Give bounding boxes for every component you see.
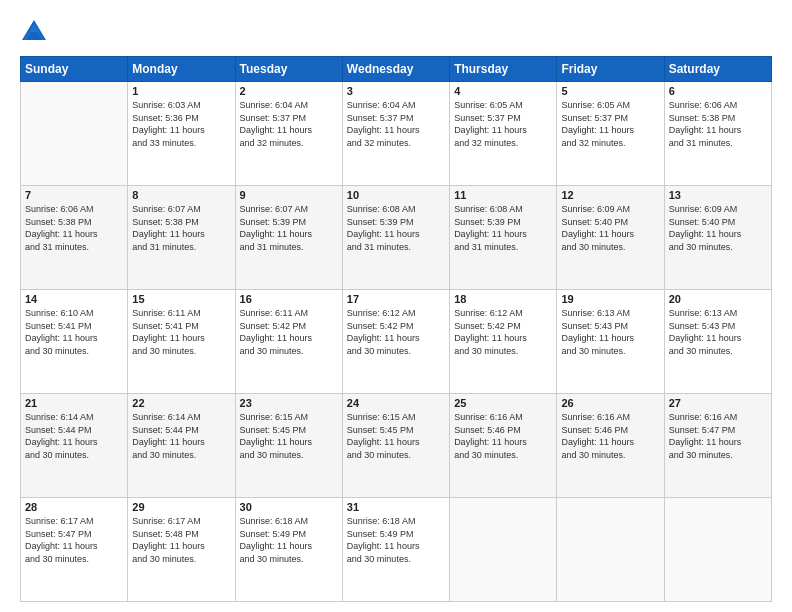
calendar-cell: 28Sunrise: 6:17 AM Sunset: 5:47 PM Dayli… [21,498,128,602]
day-info: Sunrise: 6:08 AM Sunset: 5:39 PM Dayligh… [347,203,445,253]
day-info: Sunrise: 6:04 AM Sunset: 5:37 PM Dayligh… [240,99,338,149]
calendar-cell: 19Sunrise: 6:13 AM Sunset: 5:43 PM Dayli… [557,290,664,394]
calendar-cell: 14Sunrise: 6:10 AM Sunset: 5:41 PM Dayli… [21,290,128,394]
day-info: Sunrise: 6:17 AM Sunset: 5:48 PM Dayligh… [132,515,230,565]
weekday-header: Thursday [450,57,557,82]
calendar-cell [557,498,664,602]
day-number: 4 [454,85,552,97]
calendar-cell: 30Sunrise: 6:18 AM Sunset: 5:49 PM Dayli… [235,498,342,602]
day-number: 21 [25,397,123,409]
day-number: 12 [561,189,659,201]
calendar-cell: 2Sunrise: 6:04 AM Sunset: 5:37 PM Daylig… [235,82,342,186]
day-info: Sunrise: 6:14 AM Sunset: 5:44 PM Dayligh… [132,411,230,461]
calendar-cell: 22Sunrise: 6:14 AM Sunset: 5:44 PM Dayli… [128,394,235,498]
day-number: 1 [132,85,230,97]
calendar-cell: 7Sunrise: 6:06 AM Sunset: 5:38 PM Daylig… [21,186,128,290]
day-number: 14 [25,293,123,305]
day-number: 18 [454,293,552,305]
day-info: Sunrise: 6:07 AM Sunset: 5:38 PM Dayligh… [132,203,230,253]
calendar-cell: 26Sunrise: 6:16 AM Sunset: 5:46 PM Dayli… [557,394,664,498]
day-number: 15 [132,293,230,305]
day-number: 30 [240,501,338,513]
calendar-cell: 31Sunrise: 6:18 AM Sunset: 5:49 PM Dayli… [342,498,449,602]
logo-icon [20,18,48,46]
day-info: Sunrise: 6:16 AM Sunset: 5:46 PM Dayligh… [561,411,659,461]
day-info: Sunrise: 6:12 AM Sunset: 5:42 PM Dayligh… [347,307,445,357]
calendar-cell: 3Sunrise: 6:04 AM Sunset: 5:37 PM Daylig… [342,82,449,186]
day-info: Sunrise: 6:09 AM Sunset: 5:40 PM Dayligh… [669,203,767,253]
day-info: Sunrise: 6:11 AM Sunset: 5:41 PM Dayligh… [132,307,230,357]
logo [20,18,52,46]
calendar-cell: 24Sunrise: 6:15 AM Sunset: 5:45 PM Dayli… [342,394,449,498]
day-info: Sunrise: 6:16 AM Sunset: 5:46 PM Dayligh… [454,411,552,461]
day-info: Sunrise: 6:06 AM Sunset: 5:38 PM Dayligh… [25,203,123,253]
calendar-cell: 5Sunrise: 6:05 AM Sunset: 5:37 PM Daylig… [557,82,664,186]
calendar-cell: 9Sunrise: 6:07 AM Sunset: 5:39 PM Daylig… [235,186,342,290]
calendar-cell: 21Sunrise: 6:14 AM Sunset: 5:44 PM Dayli… [21,394,128,498]
day-number: 29 [132,501,230,513]
weekday-header: Saturday [664,57,771,82]
day-number: 9 [240,189,338,201]
calendar-cell: 27Sunrise: 6:16 AM Sunset: 5:47 PM Dayli… [664,394,771,498]
calendar-cell: 23Sunrise: 6:15 AM Sunset: 5:45 PM Dayli… [235,394,342,498]
calendar-cell: 25Sunrise: 6:16 AM Sunset: 5:46 PM Dayli… [450,394,557,498]
day-number: 13 [669,189,767,201]
day-number: 31 [347,501,445,513]
calendar-table: SundayMondayTuesdayWednesdayThursdayFrid… [20,56,772,602]
day-info: Sunrise: 6:13 AM Sunset: 5:43 PM Dayligh… [561,307,659,357]
day-number: 8 [132,189,230,201]
calendar-cell: 4Sunrise: 6:05 AM Sunset: 5:37 PM Daylig… [450,82,557,186]
day-info: Sunrise: 6:17 AM Sunset: 5:47 PM Dayligh… [25,515,123,565]
day-number: 25 [454,397,552,409]
day-number: 27 [669,397,767,409]
calendar-cell [664,498,771,602]
calendar-header-row: SundayMondayTuesdayWednesdayThursdayFrid… [21,57,772,82]
day-number: 3 [347,85,445,97]
day-info: Sunrise: 6:05 AM Sunset: 5:37 PM Dayligh… [561,99,659,149]
calendar-cell: 18Sunrise: 6:12 AM Sunset: 5:42 PM Dayli… [450,290,557,394]
calendar-cell: 6Sunrise: 6:06 AM Sunset: 5:38 PM Daylig… [664,82,771,186]
day-info: Sunrise: 6:09 AM Sunset: 5:40 PM Dayligh… [561,203,659,253]
day-number: 28 [25,501,123,513]
weekday-header: Friday [557,57,664,82]
calendar-cell [450,498,557,602]
calendar-cell [21,82,128,186]
day-info: Sunrise: 6:04 AM Sunset: 5:37 PM Dayligh… [347,99,445,149]
calendar-cell: 20Sunrise: 6:13 AM Sunset: 5:43 PM Dayli… [664,290,771,394]
day-info: Sunrise: 6:16 AM Sunset: 5:47 PM Dayligh… [669,411,767,461]
day-info: Sunrise: 6:15 AM Sunset: 5:45 PM Dayligh… [240,411,338,461]
day-info: Sunrise: 6:06 AM Sunset: 5:38 PM Dayligh… [669,99,767,149]
calendar-cell: 1Sunrise: 6:03 AM Sunset: 5:36 PM Daylig… [128,82,235,186]
calendar-cell: 29Sunrise: 6:17 AM Sunset: 5:48 PM Dayli… [128,498,235,602]
day-info: Sunrise: 6:12 AM Sunset: 5:42 PM Dayligh… [454,307,552,357]
day-number: 11 [454,189,552,201]
day-info: Sunrise: 6:13 AM Sunset: 5:43 PM Dayligh… [669,307,767,357]
day-number: 16 [240,293,338,305]
day-info: Sunrise: 6:18 AM Sunset: 5:49 PM Dayligh… [347,515,445,565]
day-number: 24 [347,397,445,409]
day-info: Sunrise: 6:18 AM Sunset: 5:49 PM Dayligh… [240,515,338,565]
page: SundayMondayTuesdayWednesdayThursdayFrid… [0,0,792,612]
day-info: Sunrise: 6:10 AM Sunset: 5:41 PM Dayligh… [25,307,123,357]
weekday-header: Sunday [21,57,128,82]
day-info: Sunrise: 6:03 AM Sunset: 5:36 PM Dayligh… [132,99,230,149]
day-number: 6 [669,85,767,97]
day-info: Sunrise: 6:11 AM Sunset: 5:42 PM Dayligh… [240,307,338,357]
calendar-cell: 11Sunrise: 6:08 AM Sunset: 5:39 PM Dayli… [450,186,557,290]
day-info: Sunrise: 6:08 AM Sunset: 5:39 PM Dayligh… [454,203,552,253]
day-info: Sunrise: 6:05 AM Sunset: 5:37 PM Dayligh… [454,99,552,149]
day-info: Sunrise: 6:07 AM Sunset: 5:39 PM Dayligh… [240,203,338,253]
calendar-cell: 13Sunrise: 6:09 AM Sunset: 5:40 PM Dayli… [664,186,771,290]
weekday-header: Tuesday [235,57,342,82]
day-number: 10 [347,189,445,201]
day-number: 23 [240,397,338,409]
calendar-cell: 10Sunrise: 6:08 AM Sunset: 5:39 PM Dayli… [342,186,449,290]
calendar-cell: 15Sunrise: 6:11 AM Sunset: 5:41 PM Dayli… [128,290,235,394]
day-number: 26 [561,397,659,409]
weekday-header: Wednesday [342,57,449,82]
day-info: Sunrise: 6:15 AM Sunset: 5:45 PM Dayligh… [347,411,445,461]
header [20,18,772,46]
weekday-header: Monday [128,57,235,82]
calendar-cell: 8Sunrise: 6:07 AM Sunset: 5:38 PM Daylig… [128,186,235,290]
calendar-cell: 12Sunrise: 6:09 AM Sunset: 5:40 PM Dayli… [557,186,664,290]
